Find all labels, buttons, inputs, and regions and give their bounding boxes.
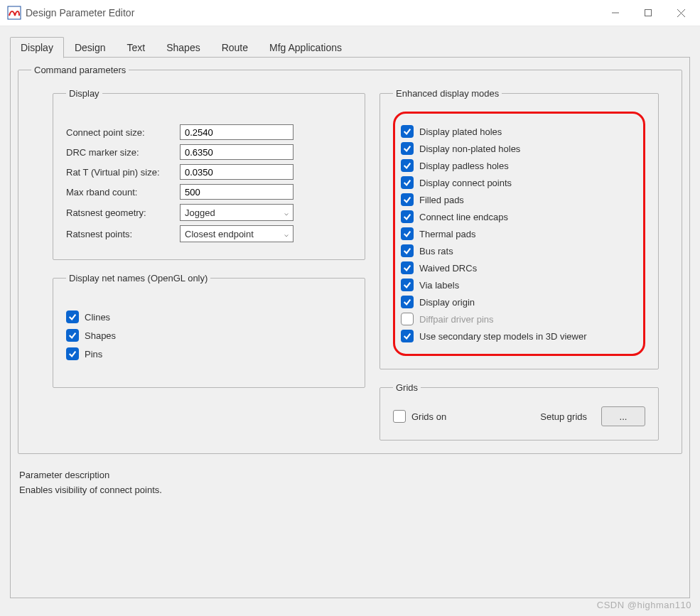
select-ratsnest-geometry[interactable]: Jogged ⌵ <box>180 204 294 221</box>
enhanced-label-12: Use secondary step models in 3D viewer <box>419 331 587 342</box>
group-command-parameters-legend: Command parameters <box>31 65 129 75</box>
enhanced-checkbox-5[interactable] <box>401 210 414 223</box>
enhanced-checkbox-9[interactable] <box>401 279 414 291</box>
group-enhanced-display-modes: Enhanced display modes Display plated ho… <box>379 88 659 369</box>
enhanced-checkbox-12[interactable] <box>401 330 414 342</box>
tab-display[interactable]: Display <box>10 37 64 58</box>
group-enhanced-legend: Enhanced display modes <box>393 88 502 99</box>
minimize-button[interactable] <box>599 0 632 26</box>
enhanced-label-5: Connect line endcaps <box>419 212 508 222</box>
enhanced-label-3: Display connect points <box>419 178 512 188</box>
enhanced-label-0: Display plated holes <box>419 126 502 137</box>
input-drc-marker-size[interactable] <box>180 144 294 160</box>
label-grids-on: Grids on <box>411 411 446 422</box>
tab-panel-display: Command parameters Display Connect point… <box>10 58 690 598</box>
enhanced-checkbox-11 <box>401 313 414 325</box>
select-ratsnest-points[interactable]: Closest endpoint ⌵ <box>180 225 294 242</box>
parameter-description-text: Enables visibility of connect points. <box>19 485 682 495</box>
app-icon <box>7 6 21 20</box>
tab-design[interactable]: Design <box>64 37 117 58</box>
netnames-checkbox-1[interactable] <box>66 329 79 342</box>
tab-mfg-applications[interactable]: Mfg Applications <box>259 37 352 58</box>
netnames-checkbox-0[interactable] <box>66 310 79 323</box>
netnames-label-2: Pins <box>85 349 102 360</box>
group-display-net-names: Display net names (OpenGL only) ClinesSh… <box>53 273 365 388</box>
enhanced-checkbox-2[interactable] <box>401 159 414 172</box>
input-max-rband-count[interactable] <box>180 184 294 200</box>
enhanced-label-11: Diffpair driver pins <box>419 314 494 325</box>
group-display-net-names-legend: Display net names (OpenGL only) <box>66 273 210 283</box>
label-setup-grids: Setup grids <box>540 411 587 422</box>
system-buttons <box>599 0 697 26</box>
label-connect-point-size: Connect point size: <box>66 127 180 138</box>
enhanced-checkbox-8[interactable] <box>401 261 414 274</box>
chevron-down-icon: ⌵ <box>284 209 289 217</box>
highlight-annotation: Display plated holesDisplay non-plated h… <box>393 112 645 356</box>
group-grids: Grids Grids on Setup grids ... <box>379 382 659 441</box>
enhanced-label-9: Via labels <box>419 280 459 291</box>
enhanced-checkbox-4[interactable] <box>401 193 414 206</box>
svg-rect-2 <box>645 10 652 16</box>
chevron-down-icon: ⌵ <box>284 230 289 238</box>
select-ratsnest-points-value: Closest endpoint <box>185 229 254 239</box>
window-title: Design Parameter Editor <box>26 7 134 18</box>
group-grids-legend: Grids <box>393 382 421 393</box>
enhanced-checkbox-0[interactable] <box>401 125 414 138</box>
enhanced-checkbox-6[interactable] <box>401 227 414 240</box>
label-ratsnest-geometry: Ratsnest geometry: <box>66 207 180 218</box>
button-setup-grids[interactable]: ... <box>601 406 645 426</box>
input-rat-t-size[interactable] <box>180 164 294 180</box>
input-connect-point-size[interactable] <box>180 124 294 140</box>
select-ratsnest-geometry-value: Jogged <box>185 207 215 218</box>
parameter-description-heading: Parameter description <box>19 470 682 480</box>
tab-text[interactable]: Text <box>117 37 156 58</box>
group-display: Display Connect point size: DRC marker s… <box>53 88 365 260</box>
tab-shapes[interactable]: Shapes <box>156 37 210 58</box>
netnames-label-0: Clines <box>85 312 110 323</box>
content-area: Display Design Text Shapes Route Mfg App… <box>0 26 700 598</box>
enhanced-label-6: Thermal pads <box>419 229 475 239</box>
group-command-parameters: Command parameters Display Connect point… <box>18 65 682 454</box>
watermark: CSDN @highman110 <box>597 600 691 610</box>
enhanced-label-7: Bus rats <box>419 246 453 256</box>
label-rat-t-size: Rat T (Virtual pin) size: <box>66 167 180 178</box>
maximize-button[interactable] <box>632 0 664 26</box>
group-display-legend: Display <box>66 88 102 99</box>
checkbox-grids-on[interactable] <box>393 410 406 423</box>
enhanced-label-10: Display origin <box>419 297 475 308</box>
enhanced-label-4: Filled pads <box>419 195 464 205</box>
app-window: Design Parameter Editor Display Design T… <box>0 0 700 616</box>
label-drc-marker-size: DRC marker size: <box>66 147 180 158</box>
enhanced-label-8: Waived DRCs <box>419 263 477 274</box>
tab-bar: Display Design Text Shapes Route Mfg App… <box>10 36 690 58</box>
netnames-checkbox-2[interactable] <box>66 347 79 360</box>
netnames-label-1: Shapes <box>85 330 116 341</box>
enhanced-label-2: Display padless holes <box>419 161 509 171</box>
close-button[interactable] <box>664 0 697 26</box>
enhanced-checkbox-10[interactable] <box>401 296 414 308</box>
group-parameter-description: Parameter description Enables visibility… <box>19 470 682 495</box>
enhanced-checkbox-1[interactable] <box>401 142 414 155</box>
enhanced-checkbox-3[interactable] <box>401 176 414 189</box>
titlebar: Design Parameter Editor <box>0 0 700 26</box>
label-ratsnest-points: Ratsnest points: <box>66 229 180 239</box>
tab-route[interactable]: Route <box>211 37 259 58</box>
enhanced-checkbox-7[interactable] <box>401 244 414 257</box>
label-max-rband-count: Max rband count: <box>66 187 180 198</box>
enhanced-label-1: Display non-plated holes <box>419 144 520 154</box>
